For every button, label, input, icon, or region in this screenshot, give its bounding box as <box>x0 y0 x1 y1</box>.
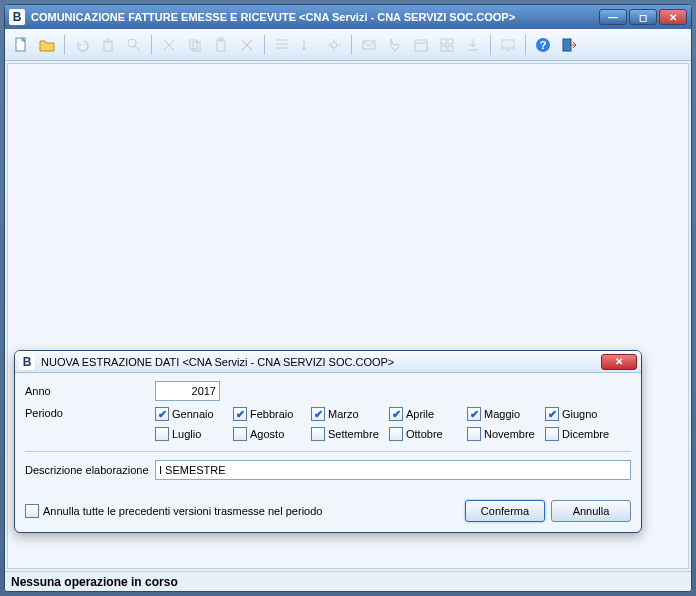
dialog-close-button[interactable]: ✕ <box>601 354 637 370</box>
list-icon <box>270 33 294 57</box>
help-icon[interactable]: ? <box>531 33 555 57</box>
undo-icon <box>70 33 94 57</box>
phone-icon <box>383 33 407 57</box>
month-label: Ottobre <box>406 428 443 440</box>
month-label: Gennaio <box>172 408 214 420</box>
maximize-button[interactable]: ◻ <box>629 9 657 25</box>
main-titlebar[interactable]: B COMUNICAZIONE FATTURE EMESSE E RICEVUT… <box>5 5 691 29</box>
month-label: Giugno <box>562 408 597 420</box>
month-checkbox-maggio[interactable]: ✔ <box>467 407 481 421</box>
toolbar-separator <box>490 35 491 55</box>
annulla-precedenti-label: Annulla tutte le precedenti versioni tra… <box>43 505 322 517</box>
svg-point-2 <box>128 39 136 47</box>
svg-rect-12 <box>441 46 446 51</box>
month-label: Maggio <box>484 408 520 420</box>
toolbar-separator <box>264 35 265 55</box>
grid-icon <box>435 33 459 57</box>
svg-text:?: ? <box>540 39 547 51</box>
extraction-dialog: B NUOVA ESTRAZIONE DATI <CNA Servizi - C… <box>14 350 642 533</box>
mail-icon <box>357 33 381 57</box>
month-checkbox-marzo[interactable]: ✔ <box>311 407 325 421</box>
month-item-agosto: Agosto <box>233 427 311 441</box>
month-checkbox-gennaio[interactable]: ✔ <box>155 407 169 421</box>
conferma-button[interactable]: Conferma <box>465 500 545 522</box>
month-checkbox-dicembre[interactable] <box>545 427 559 441</box>
month-checkbox-agosto[interactable] <box>233 427 247 441</box>
month-item-aprile: ✔Aprile <box>389 407 467 421</box>
export-icon <box>461 33 485 57</box>
month-item-gennaio: ✔Gennaio <box>155 407 233 421</box>
minimize-button[interactable]: — <box>599 9 627 25</box>
dialog-body: Anno Periodo ✔Gennaio✔Febbraio✔Marzo✔Apr… <box>15 373 641 496</box>
svg-point-7 <box>331 42 337 48</box>
dialog-title: NUOVA ESTRAZIONE DATI <CNA Servizi - CNA… <box>41 356 601 368</box>
dialog-app-icon: B <box>19 354 35 370</box>
month-item-maggio: ✔Maggio <box>467 407 545 421</box>
toolbar-separator <box>64 35 65 55</box>
annulla-precedenti-checkbox[interactable] <box>25 504 39 518</box>
close-button[interactable]: ✕ <box>659 9 687 25</box>
delete-icon <box>96 33 120 57</box>
month-label: Marzo <box>328 408 359 420</box>
svg-rect-10 <box>441 39 446 44</box>
sort-icon <box>296 33 320 57</box>
exit-icon[interactable] <box>557 33 581 57</box>
anno-label: Anno <box>25 385 155 397</box>
svg-rect-13 <box>448 46 453 51</box>
new-doc-icon[interactable] <box>9 33 33 57</box>
svg-rect-1 <box>104 42 112 51</box>
toolbar-separator <box>525 35 526 55</box>
month-checkbox-novembre[interactable] <box>467 427 481 441</box>
month-label: Novembre <box>484 428 535 440</box>
monitor-icon <box>496 33 520 57</box>
dialog-footer: Annulla tutte le precedenti versioni tra… <box>15 496 641 532</box>
window-title: COMUNICAZIONE FATTURE EMESSE E RICEVUTE … <box>31 11 599 23</box>
month-checkbox-settembre[interactable] <box>311 427 325 441</box>
month-label: Luglio <box>172 428 201 440</box>
app-icon: B <box>9 9 25 25</box>
month-item-novembre: Novembre <box>467 427 545 441</box>
month-checkbox-luglio[interactable] <box>155 427 169 441</box>
month-item-dicembre: Dicembre <box>545 427 623 441</box>
open-folder-icon[interactable] <box>35 33 59 57</box>
svg-rect-5 <box>217 40 225 51</box>
window-controls: — ◻ ✕ <box>599 9 687 25</box>
month-label: Dicembre <box>562 428 609 440</box>
copy-icon <box>183 33 207 57</box>
status-bar: Nessuna operazione in corso <box>5 571 691 591</box>
month-checkbox-ottobre[interactable] <box>389 427 403 441</box>
status-text: Nessuna operazione in corso <box>11 575 178 589</box>
toolbar: ? <box>5 29 691 61</box>
month-item-giugno: ✔Giugno <box>545 407 623 421</box>
paste-icon <box>209 33 233 57</box>
month-item-luglio: Luglio <box>155 427 233 441</box>
month-checkbox-aprile[interactable]: ✔ <box>389 407 403 421</box>
month-item-settembre: Settembre <box>311 427 389 441</box>
month-checkbox-giugno[interactable]: ✔ <box>545 407 559 421</box>
month-item-ottobre: Ottobre <box>389 427 467 441</box>
anno-input[interactable] <box>155 381 220 401</box>
annulla-button[interactable]: Annulla <box>551 500 631 522</box>
months-grid: ✔Gennaio✔Febbraio✔Marzo✔Aprile✔Maggio✔Gi… <box>155 407 623 441</box>
month-label: Aprile <box>406 408 434 420</box>
svg-rect-9 <box>415 40 427 51</box>
gear-icon <box>322 33 346 57</box>
month-label: Febbraio <box>250 408 293 420</box>
svg-rect-14 <box>502 40 514 48</box>
find-icon <box>122 33 146 57</box>
descrizione-input[interactable] <box>155 460 631 480</box>
month-label: Settembre <box>328 428 379 440</box>
svg-rect-11 <box>448 39 453 44</box>
annulla-precedenti-row: Annulla tutte le precedenti versioni tra… <box>25 504 459 518</box>
month-item-febbraio: ✔Febbraio <box>233 407 311 421</box>
month-checkbox-febbraio[interactable]: ✔ <box>233 407 247 421</box>
descrizione-label: Descrizione elaborazione <box>25 464 155 476</box>
toolbar-separator <box>351 35 352 55</box>
month-item-marzo: ✔Marzo <box>311 407 389 421</box>
clear-icon <box>235 33 259 57</box>
calendar-icon <box>409 33 433 57</box>
toolbar-separator <box>151 35 152 55</box>
dialog-titlebar[interactable]: B NUOVA ESTRAZIONE DATI <CNA Servizi - C… <box>15 351 641 373</box>
month-label: Agosto <box>250 428 284 440</box>
cut-icon <box>157 33 181 57</box>
